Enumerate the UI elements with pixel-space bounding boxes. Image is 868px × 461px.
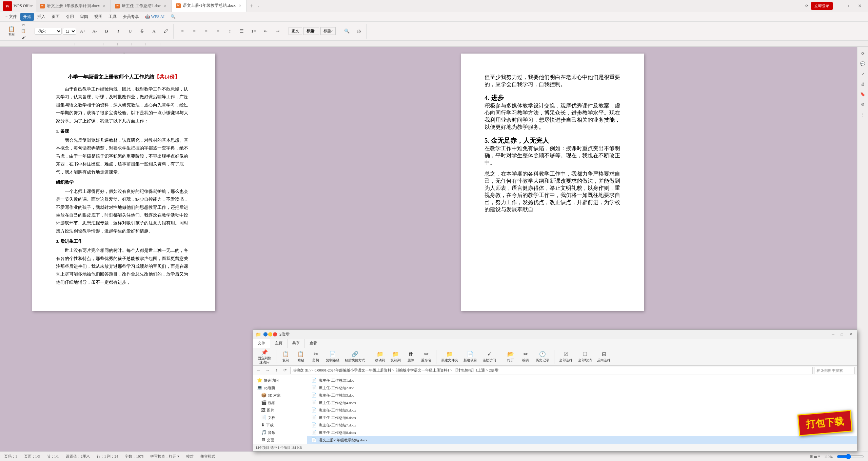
tab-close-2[interactable]: ✕ <box>163 4 167 8</box>
exp-edit-button[interactable]: ✏ 编辑 <box>519 350 532 364</box>
align-left[interactable]: ≡ <box>177 26 188 37</box>
doc-tab-1[interactable]: W 语文上册-1年级教学计划.docx ✕ <box>36 0 111 12</box>
tree-quickaccess[interactable]: ⭐ 快速访问 <box>253 377 307 384</box>
status-spellcheck[interactable]: 拼写检查：打开 ▾ <box>150 454 179 459</box>
menu-page[interactable]: 页面 <box>49 13 62 21</box>
exp-paste-button[interactable]: 📋 粘贴 <box>294 350 308 364</box>
font-family-selector[interactable]: 仿宋 宋体 黑体 <box>35 28 62 35</box>
sidebar-refresh-icon[interactable]: ⟳ <box>859 49 867 58</box>
sidebar-bookmark-icon[interactable]: 🔖 <box>859 90 867 98</box>
justify[interactable]: ≡ <box>213 26 223 37</box>
doc-tab-3[interactable]: W 语文上册-1年级教学总结.docx ✕ <box>172 0 247 12</box>
tree-thispc[interactable]: 💻 此电脑 <box>253 384 307 392</box>
exp-invertselect-button[interactable]: ⊟ 反向选择 <box>595 350 613 364</box>
font-size-selector[interactable]: 12 14 16 <box>63 28 76 35</box>
maximize-button[interactable]: □ <box>846 2 854 10</box>
tab-close-1[interactable]: ✕ <box>102 4 106 8</box>
indent-increase[interactable]: ⇥ <box>272 26 283 37</box>
tree-music[interactable]: 🎵 音乐 <box>253 429 307 436</box>
menu-insert[interactable]: 插入 <box>35 13 48 21</box>
strikethrough-button[interactable]: S̶ <box>137 26 147 37</box>
paste-button[interactable]: 📋 粘贴 <box>6 26 17 37</box>
explorer-tab-share[interactable]: 共享 <box>288 339 305 348</box>
tree-desktop[interactable]: 🖥 桌面 <box>253 436 307 444</box>
menu-review[interactable]: 审阅 <box>77 13 91 21</box>
tree-pictures[interactable]: 🖼 图片 <box>253 406 307 414</box>
exp-copyto-button[interactable]: 📁 复制到 <box>389 350 403 364</box>
doc-page-right[interactable]: 但至少我努力过，我要他们明白在老师心中他们是很重要的，应学会自我学习，自我控制。… <box>461 54 644 311</box>
replace-button[interactable]: ab <box>353 26 364 37</box>
tree-3dobjects[interactable]: 📦 3D 对象 <box>253 392 307 399</box>
status-zoom[interactable]: 110% <box>824 455 833 459</box>
explorer-tab-home[interactable]: 主页 <box>270 339 288 348</box>
exp-newitem-button[interactable]: 📄 新建项目 <box>461 350 479 364</box>
add-tab-button[interactable]: ＋ <box>247 1 256 11</box>
exp-copy-button[interactable]: 📋 复制 <box>279 350 293 364</box>
cut-button[interactable]: ✂ <box>18 22 29 28</box>
font-shrink-button[interactable]: A- <box>89 26 100 37</box>
tree-downloads[interactable]: ⬇ 下载 <box>253 421 307 429</box>
explorer-close-button[interactable]: ✕ <box>847 331 854 338</box>
exp-open-button[interactable]: 📂 打开 <box>504 350 517 364</box>
exp-move-button[interactable]: 📁 移动到 <box>373 350 387 364</box>
explorer-maximize-button[interactable]: □ <box>839 331 845 338</box>
explorer-minimize-button[interactable]: ─ <box>830 331 836 338</box>
style-heading1[interactable]: 标题1 <box>303 27 319 35</box>
style-normal[interactable]: 正文 <box>289 27 302 35</box>
file-item-3[interactable]: 📄 班主任-工作总结3.doc <box>307 392 857 399</box>
italic-button[interactable]: I <box>113 26 124 37</box>
doc-page-left[interactable]: :: 小学一年级语文上册教师个人工作总结【共14份】 由于自己教学工作经验尚浅，… <box>32 54 215 311</box>
nav-back-button[interactable]: ← <box>255 367 262 374</box>
nav-refresh-button[interactable]: ⟳ <box>281 367 289 374</box>
exp-delete-button[interactable]: 🗑 删除 <box>404 350 418 364</box>
explorer-tab-file[interactable]: 文件 <box>253 339 270 348</box>
nav-forward-button[interactable]: → <box>264 367 271 374</box>
menu-tools[interactable]: 工具 <box>106 13 119 21</box>
underline-button[interactable]: U <box>125 26 136 37</box>
address-path[interactable]: 老槐盘 (E:) > 0.00001-2024年部编版小学语文一年级上册资料 >… <box>290 367 813 374</box>
file-item-1[interactable]: 📄 班主任-工作总结1.doc <box>307 377 857 384</box>
explorer-tab-view[interactable]: 查看 <box>305 339 322 348</box>
search-button[interactable]: 🔍 <box>168 13 178 20</box>
exp-pin-button[interactable]: 📌 固定到快速访问 <box>256 348 273 365</box>
align-center[interactable]: ≡ <box>189 26 200 37</box>
tree-documents[interactable]: 📄 文档 <box>253 414 307 421</box>
sidebar-comment-icon[interactable]: 💬 <box>859 60 867 68</box>
menu-file[interactable]: ≡ 文件 <box>3 13 20 21</box>
bold-button[interactable]: B <box>101 26 112 37</box>
exp-rename-button[interactable]: ✏ 重命名 <box>419 350 433 364</box>
sidebar-more-icon[interactable]: ⋮ <box>859 111 867 119</box>
menu-view[interactable]: 视图 <box>92 13 105 21</box>
file-item-6[interactable]: 📄 班主任-工作总结6.docx <box>307 414 857 421</box>
align-right[interactable]: ≡ <box>201 26 212 37</box>
exp-paste-shortcut-button[interactable]: 🔗 粘贴快捷方式 <box>343 350 367 364</box>
numbering[interactable]: 1≡ <box>248 26 259 37</box>
color-button[interactable]: A <box>149 26 159 37</box>
login-button[interactable]: 立即登录 <box>811 2 833 10</box>
exp-newfolder-button[interactable]: 📁 新建文件夹 <box>439 350 460 364</box>
search-input[interactable] <box>814 367 855 374</box>
style-heading2[interactable]: 标题2 <box>320 27 336 35</box>
menu-references[interactable]: 引用 <box>63 13 77 21</box>
font-grow-button[interactable]: A+ <box>77 26 88 37</box>
sidebar-settings-icon[interactable]: ⚙ <box>859 100 867 108</box>
file-item-5[interactable]: 📄 班主任-工作总结5.docx <box>307 406 857 414</box>
file-item-4[interactable]: 📄 班主任-工作总结4.docx <box>307 399 857 406</box>
file-item-9[interactable]: 📄 语文上册-1年级教学总结.docx <box>307 436 857 444</box>
exp-cut-button[interactable]: ✂ 剪切 <box>309 350 322 364</box>
sidebar-share-icon[interactable]: ↗ <box>859 70 867 78</box>
file-item-2[interactable]: 📄 班主任-工作总结2.doc <box>307 384 857 392</box>
file-item-7[interactable]: 📄 班主任-工作总结7.docx <box>307 421 857 429</box>
tab-close-3[interactable]: ✕ <box>238 3 242 8</box>
tree-videos[interactable]: 🎬 视频 <box>253 399 307 406</box>
format-painter[interactable]: 🖌 <box>18 35 29 40</box>
file-item-8[interactable]: 📄 班主任-工作总结8.docx <box>307 429 857 436</box>
exp-history-button[interactable]: 🕐 历史记录 <box>534 350 551 364</box>
close-button[interactable]: ✕ <box>856 2 864 10</box>
doc-tab-2[interactable]: W 班主任-工作总结1.doc ✕ <box>111 0 172 12</box>
menu-home[interactable]: 开始 <box>20 13 34 21</box>
exp-deselectall-button[interactable]: ☐ 全部取消 <box>576 350 594 364</box>
sidebar-print-icon[interactable]: 🖨 <box>859 80 867 88</box>
exp-easyaccess-button[interactable]: ✓ 轻松访问 <box>480 350 498 364</box>
sync-icon[interactable]: ⟳ <box>805 4 808 8</box>
